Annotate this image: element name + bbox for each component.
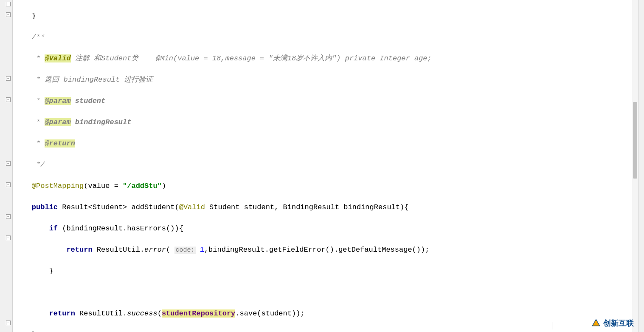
logo-icon bbox=[591, 318, 602, 329]
code-line: } bbox=[14, 266, 632, 276]
fold-marker-icon[interactable]: − bbox=[6, 12, 11, 17]
fold-marker-icon[interactable]: − bbox=[6, 2, 11, 6]
text-caret bbox=[552, 322, 552, 329]
fold-marker-icon[interactable]: − bbox=[6, 161, 11, 166]
fold-marker-icon[interactable]: − bbox=[6, 321, 11, 325]
fold-marker-icon[interactable]: − bbox=[6, 76, 11, 81]
right-gutter bbox=[638, 0, 644, 332]
code-line: * @return bbox=[14, 138, 632, 149]
code-line bbox=[14, 287, 632, 298]
code-line: return ResultUtil.error( code: 1,binding… bbox=[14, 244, 632, 255]
code-line: if (bindingResult.hasErrors()){ bbox=[14, 223, 632, 234]
code-line: return ResultUtil.success(studentReposit… bbox=[14, 308, 632, 319]
code-line: } bbox=[14, 11, 632, 21]
code-line: * @param bindingResult bbox=[14, 117, 632, 128]
fold-marker-icon[interactable]: − bbox=[6, 97, 11, 102]
fold-marker-icon[interactable]: − bbox=[6, 214, 11, 219]
editor-gutter: − − − − − − − − − bbox=[0, 0, 13, 332]
code-line: @PostMapping(value = "/addStu") bbox=[14, 181, 632, 191]
code-line: /** bbox=[14, 32, 632, 43]
fold-marker-icon[interactable]: − bbox=[6, 182, 11, 187]
vertical-scrollbar[interactable] bbox=[632, 0, 638, 332]
watermark-logo: 创新互联 bbox=[591, 318, 634, 329]
code-editor[interactable]: } /** * @Valid 注解 和Student类 @Min(value =… bbox=[13, 0, 632, 332]
watermark-text: 创新互联 bbox=[603, 318, 634, 329]
code-line: * 返回 bindingResult 进行验证 bbox=[14, 74, 632, 85]
code-line: * @param student bbox=[14, 96, 632, 106]
code-line: * @Valid 注解 和Student类 @Min(value = 18,me… bbox=[14, 53, 632, 64]
code-line: } bbox=[14, 329, 632, 332]
fold-marker-icon[interactable]: − bbox=[6, 236, 11, 240]
code-line: */ bbox=[14, 159, 632, 170]
code-line: public Result<Student> addStudent(@Valid… bbox=[14, 202, 632, 213]
scroll-thumb[interactable] bbox=[633, 102, 637, 179]
